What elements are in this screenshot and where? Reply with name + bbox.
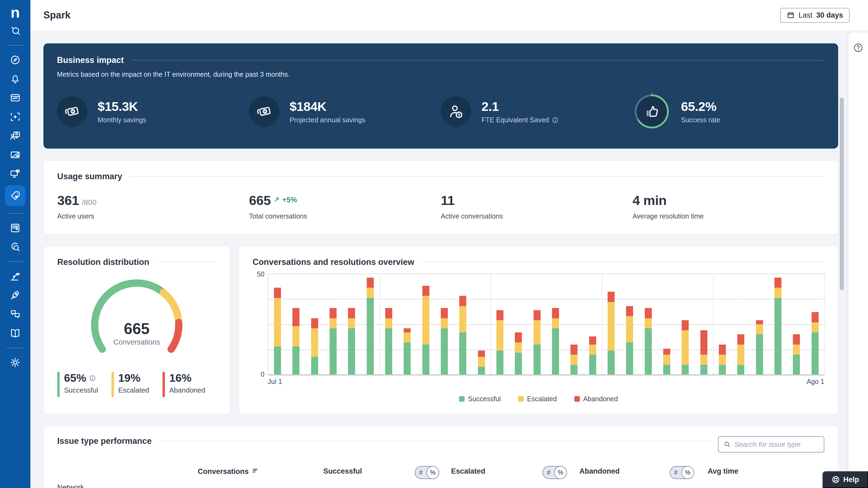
successful-unit-toggle[interactable]: # %	[415, 466, 439, 479]
legend-abandoned: 16% Abandoned	[162, 372, 205, 397]
spark-search-icon[interactable]	[5, 23, 26, 39]
divider	[131, 60, 825, 61]
stat-label: Average resolution time	[632, 212, 824, 220]
monitoring-board-icon[interactable]	[5, 90, 26, 106]
chart-legend: Successful Escalated Abandoned	[252, 395, 824, 403]
ninja-logo[interactable]: n	[10, 4, 20, 21]
help-question-icon[interactable]	[853, 42, 864, 53]
documentation-book-icon[interactable]	[5, 325, 26, 341]
legend-label: Escalated	[118, 386, 149, 394]
settings-gear-icon[interactable]	[5, 354, 26, 370]
thumbs-up-icon	[637, 96, 667, 127]
date-range-button[interactable]: Last 30 days	[780, 8, 849, 23]
toggle-percent[interactable]: %	[554, 466, 567, 479]
sort-icon[interactable]	[252, 467, 259, 476]
stacked-bar	[422, 286, 429, 375]
alerts-bell-icon[interactable]	[5, 71, 26, 87]
conversations-overview-card: Conversations and resolutions overview 5…	[239, 246, 838, 414]
software-devices-icon[interactable]	[5, 166, 26, 182]
table-header: Conversations Successful # % Escalated #…	[57, 467, 824, 483]
legend-label: Escalated	[527, 395, 557, 403]
stacked-bar	[701, 330, 707, 375]
audit-search-icon[interactable]	[5, 239, 26, 255]
metric-value: $15.3K	[98, 99, 146, 114]
stacked-bar-chart: 50 0	[252, 273, 824, 375]
y-axis-tick-max: 50	[252, 270, 265, 278]
issue-name: Network connectivity	[57, 486, 112, 488]
column-header-escalated[interactable]: Escalated	[451, 467, 485, 476]
abandoned-value: 1%	[569, 486, 591, 488]
column-header-successful[interactable]: Successful	[323, 467, 362, 476]
plot-area	[268, 273, 824, 375]
avg-time-value: 8	[703, 486, 724, 488]
legend-label: Abandoned	[169, 386, 205, 394]
divider	[159, 441, 710, 442]
issue-search-input[interactable]	[734, 440, 819, 449]
toggle-hash[interactable]: #	[670, 469, 681, 476]
stacked-bar	[552, 308, 559, 375]
stacked-bar	[533, 310, 540, 375]
legend-value: 65%	[64, 372, 86, 384]
escalated-value: 9%	[440, 486, 462, 488]
toggle-percent[interactable]: %	[426, 466, 439, 479]
resolution-gauge: 665 Conversations	[80, 272, 194, 369]
remote-support-icon[interactable]	[5, 128, 26, 144]
chat-bubbles-icon[interactable]	[5, 306, 26, 322]
stacked-bar	[385, 308, 392, 375]
divider	[157, 262, 216, 262]
stacked-bar	[608, 292, 615, 375]
table-row[interactable]: Network connectivity 95 90% 9% 1% 8	[57, 486, 824, 488]
legend-swatch	[459, 396, 465, 402]
stacked-bar	[737, 334, 744, 375]
legend-label: Successful	[64, 386, 98, 394]
spark-tag-heart-icon[interactable]	[5, 186, 26, 206]
stat-active-users: 361 /800 Active users	[57, 193, 249, 220]
stacked-bar	[496, 310, 503, 375]
column-header-conversations[interactable]: Conversations	[198, 467, 259, 476]
y-axis-tick-min: 0	[252, 370, 265, 378]
stacked-bar	[348, 308, 355, 375]
legend-swatch	[518, 396, 524, 402]
info-icon[interactable]	[89, 375, 96, 382]
issue-type-performance-title: Issue type performance	[57, 436, 152, 446]
metric-label: Projected annual savings	[290, 116, 365, 124]
info-icon[interactable]	[552, 117, 559, 124]
resolution-distribution-title: Resolution distribution	[57, 257, 149, 267]
dashboard-compass-icon[interactable]	[5, 52, 26, 68]
stacked-bar	[812, 312, 818, 375]
svg-text:$: $	[458, 112, 460, 117]
column-header-avg-time[interactable]: Avg time	[708, 467, 738, 476]
conversations-overview-title: Conversations and resolutions overview	[252, 257, 414, 267]
metric-value: 65.2%	[681, 99, 720, 114]
stat-value: 11	[441, 193, 455, 208]
metric-annual-savings: $ $184K Projected annual savings	[249, 93, 441, 130]
conversations-bar	[202, 486, 306, 488]
widgets-grid-icon[interactable]	[5, 220, 26, 236]
x-axis-label-start: Jul 1	[268, 378, 282, 386]
toggle-percent[interactable]: %	[681, 466, 694, 479]
legend-swatch	[574, 396, 580, 402]
vertical-scrollbar[interactable]	[840, 98, 844, 290]
calendar-icon	[786, 11, 795, 19]
successful-value: 90%	[308, 486, 330, 488]
help-label: Help	[843, 476, 859, 484]
gauge-segment-escalated	[163, 293, 179, 320]
toggle-hash[interactable]: #	[543, 469, 554, 476]
stacked-bar	[330, 308, 337, 375]
toggle-hash[interactable]: #	[415, 469, 426, 476]
banknote-icon: $	[249, 96, 279, 127]
abandoned-unit-toggle[interactable]: # %	[670, 466, 694, 479]
billing-card-icon[interactable]	[5, 147, 26, 163]
sidebar-divider	[7, 213, 24, 214]
column-header-abandoned[interactable]: Abandoned	[579, 467, 620, 476]
stacked-bar	[515, 332, 522, 375]
rocket-icon[interactable]	[5, 287, 26, 303]
legend-value: 16%	[169, 372, 191, 384]
robot-arm-icon[interactable]	[5, 268, 26, 284]
stat-label: Total conversations	[249, 212, 441, 220]
stacked-bar	[292, 308, 300, 375]
escalated-unit-toggle[interactable]: # %	[542, 466, 567, 479]
legend-color-bar	[57, 372, 60, 397]
automation-sparkle-icon[interactable]	[5, 109, 26, 125]
help-button[interactable]: Help	[823, 471, 868, 488]
